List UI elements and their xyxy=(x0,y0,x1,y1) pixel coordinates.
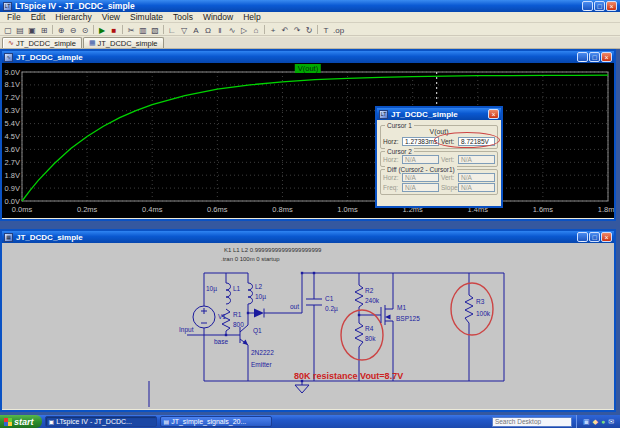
waveform-plot-area[interactable]: V(out) 0.0ms0.2ms0.4ms0.6ms0.8ms1.0ms1.2… xyxy=(2,63,614,218)
inductor-l1[interactable]: 10µ L1 xyxy=(206,283,241,304)
r2-name[interactable]: R2 xyxy=(365,287,374,294)
net-label-emitter[interactable]: Emitter xyxy=(251,361,272,368)
trace-v-out[interactable] xyxy=(22,75,608,201)
paste-icon[interactable]: ▧ xyxy=(149,24,161,35)
inductor-icon[interactable]: ∿ xyxy=(226,24,238,35)
net-label-out[interactable]: out xyxy=(290,303,299,310)
menu-edit[interactable]: Edit xyxy=(26,12,51,22)
tab-waveform[interactable]: ∿JT_DCDC_simple xyxy=(2,37,82,48)
cursor-dialog-close-button[interactable]: × xyxy=(488,109,499,119)
schematic-window-title-bar[interactable]: ▦ JT_DCDC_simple _ □ × xyxy=(2,231,614,243)
m1-model[interactable]: BSP125 xyxy=(396,315,420,322)
move-icon[interactable]: + xyxy=(267,24,279,35)
net-label-icon[interactable]: A xyxy=(190,24,202,35)
q1-model[interactable]: 2N2222 xyxy=(251,349,274,356)
voltage-source-v1[interactable]: V1 xyxy=(193,306,226,328)
open-icon[interactable]: ▤ xyxy=(14,24,26,35)
l1-value[interactable]: 10µ xyxy=(206,285,217,293)
start-button[interactable]: start xyxy=(0,415,42,428)
redo-icon[interactable]: ↷ xyxy=(291,24,303,35)
close-button[interactable]: × xyxy=(606,1,617,11)
mosfet-m1[interactable]: M1 BSP125 xyxy=(381,304,420,325)
l1-name[interactable]: L1 xyxy=(233,285,241,292)
resistor-icon[interactable]: Ω xyxy=(202,24,214,35)
minimize-button[interactable]: _ xyxy=(582,1,593,11)
net-label-input[interactable]: Input xyxy=(179,326,194,334)
cursor-dialog[interactable]: LT JT_DCDC_simple × Cursor 1 V(out) Horz… xyxy=(375,106,503,208)
waveform-minimize-button[interactable]: _ xyxy=(577,52,588,62)
taskbar-button-0[interactable]: ▣LTspice IV - JT_DCDC... xyxy=(45,416,157,427)
tab-schematic[interactable]: ▦JT_DCDC_simple xyxy=(83,37,164,48)
rotate-icon[interactable]: ↻ xyxy=(303,24,315,35)
menu-simulate[interactable]: Simulate xyxy=(125,12,168,22)
toolbar-separator xyxy=(122,25,123,34)
waveform-maximize-button[interactable]: □ xyxy=(589,52,600,62)
wires[interactable] xyxy=(149,273,504,407)
schematic-canvas[interactable]: K1 L1 L2 0.99999999999999999999 .tran 0 … xyxy=(2,243,614,409)
capacitor-icon[interactable]: ‖ xyxy=(214,24,226,35)
search-input[interactable] xyxy=(492,417,572,427)
r1-name[interactable]: R1 xyxy=(233,311,242,318)
tray-shield-icon[interactable]: ● xyxy=(601,415,605,428)
c1-name[interactable]: C1 xyxy=(325,295,334,302)
spice-directive-coupling[interactable]: K1 L1 L2 0.99999999999999999999 xyxy=(224,247,322,253)
r4-value[interactable]: 80k xyxy=(365,335,376,342)
zoom-full-extents-icon[interactable]: ⊙ xyxy=(79,24,91,35)
menu-view[interactable]: View xyxy=(97,12,125,22)
menu-file[interactable]: File xyxy=(2,12,26,22)
schematic-minimize-button[interactable]: _ xyxy=(577,232,588,242)
c1-value[interactable]: 0.2µ xyxy=(325,305,338,313)
new-schematic-icon[interactable]: ▢ xyxy=(2,24,14,35)
inductor-l2[interactable]: L2 10µ xyxy=(248,283,266,304)
maximize-button[interactable]: □ xyxy=(594,1,605,11)
q1-name[interactable]: Q1 xyxy=(253,327,262,335)
waveform-close-button[interactable]: × xyxy=(601,52,612,62)
copy-icon[interactable]: ▥ xyxy=(137,24,149,35)
r1-value[interactable]: 800 xyxy=(233,321,244,328)
wire-icon[interactable]: ∟ xyxy=(166,24,178,35)
menu-hierarchy[interactable]: Hierarchy xyxy=(50,12,96,22)
r3-name[interactable]: R3 xyxy=(476,298,485,305)
menu-window[interactable]: Window xyxy=(198,12,238,22)
undo-icon[interactable]: ↶ xyxy=(279,24,291,35)
diode-d1[interactable] xyxy=(254,309,264,318)
control-panel-icon[interactable]: ⊞ xyxy=(38,24,50,35)
waveform-window-title-bar[interactable]: ∿ JT_DCDC_simple _ □ × xyxy=(2,51,614,63)
r2-value[interactable]: 240k xyxy=(365,297,380,304)
cut-icon[interactable]: ✂ xyxy=(125,24,137,35)
tray-message-icon[interactable]: ✉ xyxy=(608,415,614,428)
resistor-r3[interactable]: R3 100k xyxy=(465,295,491,323)
cursor-dialog-title-bar[interactable]: LT JT_DCDC_simple × xyxy=(377,108,501,120)
l2-name[interactable]: L2 xyxy=(255,283,263,290)
capacitor-c1[interactable]: C1 0.2µ xyxy=(306,295,338,313)
save-icon[interactable]: ▣ xyxy=(26,24,38,35)
trace-label[interactable]: V(out) xyxy=(295,64,321,73)
resistor-r4[interactable]: R4 80k xyxy=(355,323,376,347)
r3-value[interactable]: 100k xyxy=(476,310,491,317)
resistor-r2[interactable]: R2 240k xyxy=(355,285,380,307)
m1-name[interactable]: M1 xyxy=(397,304,406,311)
menu-tools[interactable]: Tools xyxy=(168,12,198,22)
r4-name[interactable]: R4 xyxy=(365,325,374,332)
zoom-out-icon[interactable]: ⊖ xyxy=(67,24,79,35)
component-icon[interactable]: ⌂ xyxy=(250,24,262,35)
tray-volume-icon[interactable]: ◆ xyxy=(593,415,598,428)
taskbar-button-1[interactable]: ▤JT_simple_signals_20... xyxy=(160,416,272,427)
diode-icon[interactable]: ▷ xyxy=(238,24,250,35)
zoom-in-icon[interactable]: ⊕ xyxy=(55,24,67,35)
menu-help[interactable]: Help xyxy=(238,12,265,22)
schematic-close-button[interactable]: × xyxy=(601,232,612,242)
transistor-q1[interactable]: Q1 2N2222 xyxy=(240,325,274,356)
spice-directive-tran[interactable]: .tran 0 100m 0 startup xyxy=(221,256,280,262)
ground-symbol[interactable] xyxy=(295,381,309,393)
ground-icon[interactable]: ▽ xyxy=(178,24,190,35)
text-icon[interactable]: T xyxy=(320,24,332,35)
waveform-plot[interactable]: 0.0ms0.2ms0.4ms0.6ms0.8ms1.0ms1.2ms1.4ms… xyxy=(2,63,614,218)
halt-icon[interactable]: ■ xyxy=(108,24,120,35)
l2-value[interactable]: 10µ xyxy=(255,293,266,301)
tray-display-icon[interactable]: ▣ xyxy=(583,415,590,428)
schematic-maximize-button[interactable]: □ xyxy=(589,232,600,242)
run-icon[interactable]: ▶ xyxy=(96,24,108,35)
net-label-base[interactable]: base xyxy=(214,338,228,345)
spice-directive-icon[interactable]: .op xyxy=(332,24,344,35)
